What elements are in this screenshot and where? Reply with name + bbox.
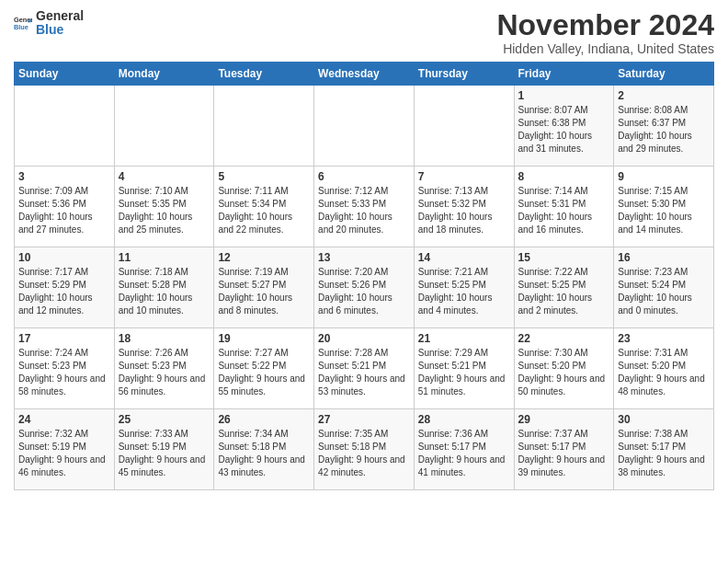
day-number: 14 — [418, 251, 510, 264]
calendar-cell: 19 Sunrise: 7:27 AM Sunset: 5:22 PM Dayl… — [214, 328, 314, 409]
sunset-label: Sunset: 5:23 PM — [18, 361, 86, 371]
logo-general: General — [36, 9, 84, 23]
sunset-label: Sunset: 5:17 PM — [418, 442, 486, 452]
calendar-week-3: 10 Sunrise: 7:17 AM Sunset: 5:29 PM Dayl… — [15, 247, 714, 328]
calendar-cell: 30 Sunrise: 7:38 AM Sunset: 5:17 PM Dayl… — [614, 409, 714, 490]
calendar-week-4: 17 Sunrise: 7:24 AM Sunset: 5:23 PM Dayl… — [15, 328, 714, 409]
sunset-label: Sunset: 5:17 PM — [518, 442, 586, 452]
sunset-label: Sunset: 5:36 PM — [18, 199, 86, 209]
day-info: Sunrise: 7:10 AM Sunset: 5:35 PM Dayligh… — [119, 185, 210, 236]
sunrise-label: Sunrise: 7:12 AM — [318, 186, 388, 196]
daylight-label: Daylight: 10 hours and 20 minutes. — [318, 212, 392, 235]
day-info: Sunrise: 7:19 AM Sunset: 5:27 PM Dayligh… — [218, 266, 310, 317]
daylight-label: Daylight: 9 hours and 48 minutes. — [618, 373, 705, 396]
day-info: Sunrise: 7:21 AM Sunset: 5:25 PM Dayligh… — [418, 266, 510, 317]
day-number: 4 — [119, 170, 210, 183]
day-number: 3 — [18, 170, 110, 183]
daylight-label: Daylight: 10 hours and 18 minutes. — [418, 212, 493, 235]
calendar-cell: 17 Sunrise: 7:24 AM Sunset: 5:23 PM Dayl… — [15, 328, 115, 409]
day-number: 26 — [218, 413, 310, 426]
sunrise-label: Sunrise: 7:31 AM — [618, 348, 688, 358]
header-saturday: Saturday — [614, 63, 714, 86]
day-number: 21 — [418, 332, 510, 345]
calendar-cell: 4 Sunrise: 7:10 AM Sunset: 5:35 PM Dayli… — [114, 167, 214, 247]
header-friday: Friday — [514, 63, 614, 86]
sunrise-label: Sunrise: 7:24 AM — [18, 348, 88, 358]
daylight-label: Daylight: 9 hours and 41 minutes. — [418, 454, 506, 477]
sunset-label: Sunset: 5:19 PM — [18, 442, 86, 452]
calendar-cell: 12 Sunrise: 7:19 AM Sunset: 5:27 PM Dayl… — [214, 247, 314, 328]
day-number: 11 — [119, 251, 210, 264]
sunrise-label: Sunrise: 7:13 AM — [418, 186, 488, 196]
sunset-label: Sunset: 5:21 PM — [318, 361, 386, 371]
sunset-label: Sunset: 5:24 PM — [618, 280, 686, 290]
sunrise-label: Sunrise: 7:19 AM — [218, 267, 288, 277]
day-number: 30 — [618, 413, 710, 426]
daylight-label: Daylight: 10 hours and 6 minutes. — [318, 293, 392, 316]
calendar-cell: 14 Sunrise: 7:21 AM Sunset: 5:25 PM Dayl… — [414, 247, 514, 328]
day-info: Sunrise: 7:34 AM Sunset: 5:18 PM Dayligh… — [218, 428, 310, 479]
day-number: 5 — [218, 170, 310, 183]
sunset-label: Sunset: 5:17 PM — [618, 442, 686, 452]
day-info: Sunrise: 7:14 AM Sunset: 5:31 PM Dayligh… — [518, 185, 610, 236]
calendar-cell: 10 Sunrise: 7:17 AM Sunset: 5:29 PM Dayl… — [15, 247, 115, 328]
sunset-label: Sunset: 5:26 PM — [318, 280, 386, 290]
day-number: 23 — [618, 332, 710, 345]
calendar-cell: 6 Sunrise: 7:12 AM Sunset: 5:33 PM Dayli… — [314, 167, 415, 247]
title-block: November 2024 Hidden Valley, Indiana, Un… — [496, 9, 714, 56]
header-wednesday: Wednesday — [314, 63, 415, 86]
sunset-label: Sunset: 5:18 PM — [218, 442, 286, 452]
day-info: Sunrise: 7:22 AM Sunset: 5:25 PM Dayligh… — [518, 266, 610, 317]
daylight-label: Daylight: 10 hours and 29 minutes. — [618, 131, 692, 154]
day-number: 18 — [119, 332, 210, 345]
calendar-cell: 15 Sunrise: 7:22 AM Sunset: 5:25 PM Dayl… — [514, 247, 614, 328]
day-info: Sunrise: 7:35 AM Sunset: 5:18 PM Dayligh… — [318, 428, 410, 479]
calendar-cell: 26 Sunrise: 7:34 AM Sunset: 5:18 PM Dayl… — [214, 409, 314, 490]
sunrise-label: Sunrise: 7:10 AM — [119, 186, 188, 196]
day-number: 15 — [518, 251, 610, 264]
day-info: Sunrise: 7:27 AM Sunset: 5:22 PM Dayligh… — [218, 347, 310, 398]
daylight-label: Daylight: 10 hours and 12 minutes. — [18, 293, 93, 316]
logo: General Blue General Blue — [14, 9, 84, 38]
day-info: Sunrise: 7:24 AM Sunset: 5:23 PM Dayligh… — [18, 347, 110, 398]
daylight-label: Daylight: 9 hours and 38 minutes. — [618, 454, 705, 477]
sunset-label: Sunset: 5:27 PM — [218, 280, 286, 290]
sunrise-label: Sunrise: 7:27 AM — [218, 348, 288, 358]
day-number: 27 — [318, 413, 410, 426]
sunrise-label: Sunrise: 7:18 AM — [119, 267, 188, 277]
daylight-label: Daylight: 10 hours and 25 minutes. — [119, 212, 193, 235]
daylight-label: Daylight: 10 hours and 2 minutes. — [518, 293, 593, 316]
daylight-label: Daylight: 10 hours and 27 minutes. — [18, 212, 93, 235]
calendar-cell: 21 Sunrise: 7:29 AM Sunset: 5:21 PM Dayl… — [414, 328, 514, 409]
sunrise-label: Sunrise: 7:22 AM — [518, 267, 588, 277]
sunrise-label: Sunrise: 7:30 AM — [518, 348, 588, 358]
sunrise-label: Sunrise: 8:08 AM — [618, 105, 688, 115]
day-info: Sunrise: 7:20 AM Sunset: 5:26 PM Dayligh… — [318, 266, 410, 317]
sunset-label: Sunset: 5:35 PM — [119, 199, 187, 209]
calendar-cell: 5 Sunrise: 7:11 AM Sunset: 5:34 PM Dayli… — [214, 167, 314, 247]
daylight-label: Daylight: 9 hours and 45 minutes. — [119, 454, 206, 477]
daylight-label: Daylight: 9 hours and 39 minutes. — [518, 454, 606, 477]
sunset-label: Sunset: 5:22 PM — [218, 361, 286, 371]
sunrise-label: Sunrise: 7:26 AM — [119, 348, 188, 358]
day-info: Sunrise: 7:31 AM Sunset: 5:20 PM Dayligh… — [618, 347, 710, 398]
sunset-label: Sunset: 5:30 PM — [618, 199, 686, 209]
calendar-cell: 11 Sunrise: 7:18 AM Sunset: 5:28 PM Dayl… — [114, 247, 214, 328]
daylight-label: Daylight: 9 hours and 43 minutes. — [218, 454, 305, 477]
sunset-label: Sunset: 5:19 PM — [119, 442, 187, 452]
day-number: 28 — [418, 413, 510, 426]
svg-text:Blue: Blue — [14, 23, 28, 31]
sunrise-label: Sunrise: 7:34 AM — [218, 429, 288, 439]
day-number: 12 — [218, 251, 310, 264]
calendar-cell: 27 Sunrise: 7:35 AM Sunset: 5:18 PM Dayl… — [314, 409, 415, 490]
header-thursday: Thursday — [414, 63, 514, 86]
sunset-label: Sunset: 5:31 PM — [518, 199, 586, 209]
page-title: November 2024 — [496, 9, 714, 41]
calendar-cell: 16 Sunrise: 7:23 AM Sunset: 5:24 PM Dayl… — [614, 247, 714, 328]
sunset-label: Sunset: 5:25 PM — [418, 280, 486, 290]
daylight-label: Daylight: 9 hours and 46 minutes. — [18, 454, 106, 477]
sunset-label: Sunset: 5:34 PM — [218, 199, 286, 209]
calendar-cell: 20 Sunrise: 7:28 AM Sunset: 5:21 PM Dayl… — [314, 328, 415, 409]
calendar-cell — [15, 86, 115, 167]
sunset-label: Sunset: 5:25 PM — [518, 280, 586, 290]
